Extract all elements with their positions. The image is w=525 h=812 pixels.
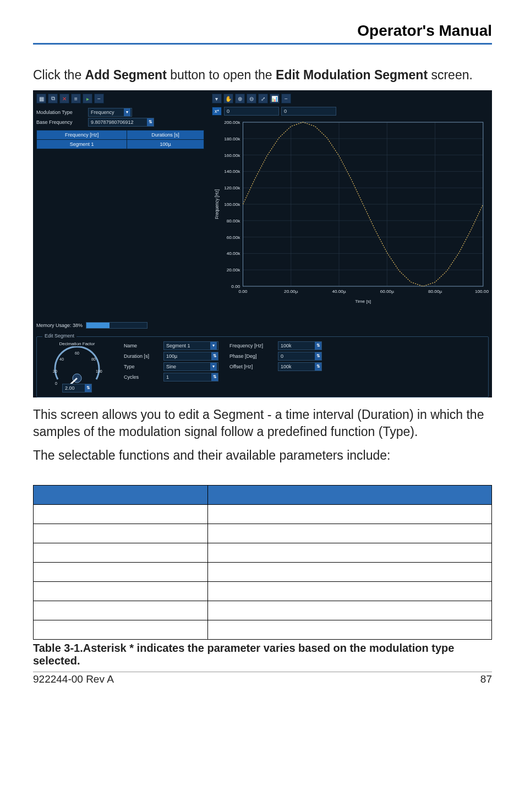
svg-text:20.00µ: 20.00µ [284, 289, 298, 294]
left-toolbar: ▦ ⧉ ✕ ≡ ▸ − [36, 92, 204, 107]
svg-text:80.00µ: 80.00µ [428, 289, 442, 294]
settings-icon[interactable]: ≡ [71, 94, 81, 103]
memory-usage-bar [86, 322, 147, 329]
chart-icon[interactable]: 📊 [270, 94, 280, 103]
app-screenshot: ▦ ⧉ ✕ ≡ ▸ − Modulation Type Frequency Ba… [33, 90, 492, 397]
selectable-functions-text: The selectable functions and their avail… [33, 447, 492, 464]
fn-th2 [207, 486, 491, 505]
right-toolbar: ▾ ✋ ⊕ ⊖ ⤢ 📊 − [212, 92, 489, 106]
base-frequency-row: Base Frequency 9.80787980706912 [36, 118, 204, 127]
svg-text:180.00k: 180.00k [224, 137, 240, 141]
segment-params-col1: NameSegment 1 Duration [s]100µ TypeSine … [124, 341, 218, 382]
footer-left: 922244-00 Rev A [33, 673, 114, 685]
header-rule [33, 43, 492, 45]
svg-text:40: 40 [59, 357, 64, 361]
right-panel: ▾ ✋ ⊕ ⊖ ⤢ 📊 − x* 0 0 0.0020.00k40.00k60.… [210, 90, 492, 333]
svg-text:60: 60 [75, 351, 79, 355]
svg-text:20: 20 [53, 369, 57, 373]
svg-text:60.00k: 60.00k [227, 235, 241, 240]
segment-table-r1c1: Segment 1 [37, 140, 127, 149]
table-row[interactable]: Segment 1 100µ [37, 140, 204, 149]
svg-text:120.00k: 120.00k [224, 186, 240, 190]
type-label: Type [124, 364, 160, 369]
coord-x-input[interactable]: 0 [224, 107, 279, 116]
intro-paragraph: Click the Add Segment button to open the… [33, 67, 492, 84]
intro-bold-1: Add Segment [85, 68, 167, 82]
svg-text:Time [s]: Time [s] [355, 299, 371, 304]
modulation-type-row: Modulation Type Frequency [36, 108, 204, 117]
table-caption: Table 3-1.Asterisk * indicates the param… [33, 642, 492, 667]
duration-label: Duration [s] [124, 353, 160, 359]
table-row [34, 505, 492, 524]
svg-text:80: 80 [91, 357, 96, 361]
svg-text:200.00k: 200.00k [224, 120, 240, 125]
modulation-type-label: Modulation Type [36, 110, 85, 115]
toolbar-minus-icon[interactable]: − [281, 94, 291, 103]
name-label: Name [124, 343, 160, 348]
zoom-fit-icon[interactable]: ⤢ [258, 94, 268, 103]
segment-table: Frequency [Hz] Durations [s] Segment 1 1… [36, 130, 204, 149]
decimation-label: Decimation Factor [41, 341, 113, 346]
offset-label: Offset [Hz] [229, 364, 275, 369]
segment-table-h1: Frequency [Hz] [37, 130, 127, 140]
base-frequency-input[interactable]: 9.80787980706912 [88, 118, 154, 127]
page-header-title: Operator's Manual [33, 22, 492, 43]
edit-segment-title: Edit Segment [42, 333, 76, 339]
decimation-gauge: Decimation Factor 0 20 40 60 80 100 2.00 [41, 341, 113, 393]
segment-table-body [36, 149, 204, 320]
new-icon[interactable]: ▦ [36, 94, 46, 103]
svg-text:0.00: 0.00 [238, 289, 247, 294]
intro-bold-2: Edit Modulation Segment [276, 68, 428, 82]
segment-params-col2: Frequency [Hz]100k Phase [Deg]0 Offset [… [229, 341, 322, 371]
footer-right: 87 [480, 673, 492, 685]
pointer-icon[interactable]: ▾ [212, 94, 222, 103]
type-dropdown[interactable]: Sine [163, 362, 218, 371]
left-panel: ▦ ⧉ ✕ ≡ ▸ − Modulation Type Frequency Ba… [33, 90, 207, 333]
duration-input[interactable]: 100µ [163, 352, 218, 361]
svg-text:20.00k: 20.00k [227, 268, 241, 273]
segment-table-r1c2: 100µ [127, 140, 204, 149]
svg-text:100.00k: 100.00k [224, 202, 240, 207]
zoom-in-icon[interactable]: ⊕ [235, 94, 245, 103]
after-screenshot-text: This screen allows you to edit a Segment… [33, 406, 492, 440]
decimation-value[interactable]: 2.00 [62, 384, 92, 393]
segment-table-h2: Durations [s] [127, 130, 204, 140]
name-input[interactable]: Segment 1 [163, 341, 218, 350]
coord-x-label: x* [212, 107, 222, 116]
coord-y-input[interactable]: 0 [281, 107, 336, 116]
table-row [34, 620, 492, 640]
phase-input[interactable]: 0 [278, 352, 322, 361]
freq-input[interactable]: 100k [278, 341, 322, 350]
cycles-label: Cycles [124, 374, 160, 380]
table-row [34, 524, 492, 543]
hand-icon[interactable]: ✋ [223, 94, 233, 103]
memory-usage: Memory Usage: 38% [36, 320, 204, 331]
svg-text:100: 100 [96, 369, 102, 373]
modulation-type-dropdown[interactable]: Frequency [88, 108, 132, 117]
edit-segment-panel: Edit Segment Decimation Factor 0 20 40 6… [36, 336, 489, 397]
svg-text:Frequency [Hz]: Frequency [Hz] [215, 189, 220, 219]
svg-text:0: 0 [55, 382, 57, 385]
memory-usage-label: Memory Usage: 38% [36, 323, 83, 328]
table-row [34, 543, 492, 563]
minus-icon[interactable]: − [94, 94, 104, 103]
svg-text:140.00k: 140.00k [224, 170, 240, 175]
intro-mid: button to open the [167, 68, 276, 82]
fn-th1 [34, 486, 208, 505]
svg-text:100.00µ: 100.00µ [475, 289, 489, 294]
table-row [34, 563, 492, 582]
svg-text:40.00k: 40.00k [227, 252, 241, 257]
zoom-out-icon[interactable]: ⊖ [247, 94, 256, 103]
freq-label: Frequency [Hz] [229, 343, 275, 348]
offset-input[interactable]: 100k [278, 362, 322, 371]
cycles-input[interactable]: 1 [163, 373, 218, 382]
add-icon[interactable]: ▸ [83, 94, 92, 103]
intro-post: screen. [428, 68, 473, 82]
delete-icon[interactable]: ✕ [59, 94, 69, 103]
copy-icon[interactable]: ⧉ [48, 94, 58, 103]
svg-text:60.00µ: 60.00µ [380, 289, 395, 294]
table-row [34, 582, 492, 601]
svg-text:40.00µ: 40.00µ [332, 289, 346, 294]
functions-table [33, 485, 492, 640]
table-row [34, 601, 492, 620]
